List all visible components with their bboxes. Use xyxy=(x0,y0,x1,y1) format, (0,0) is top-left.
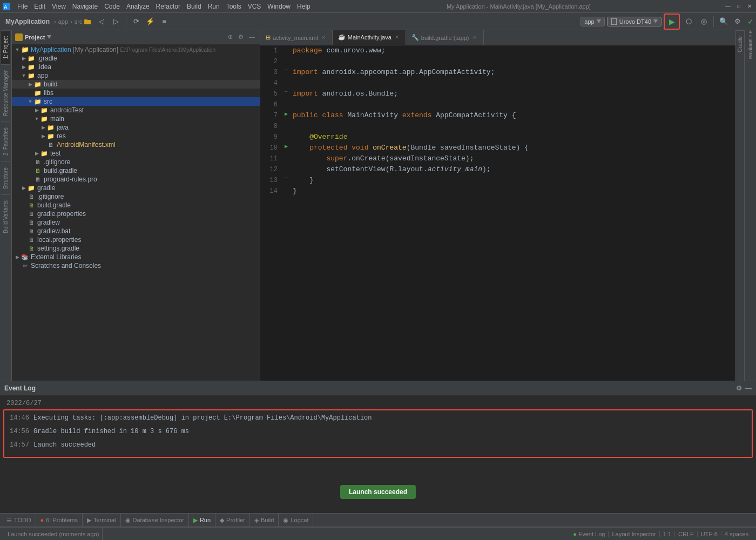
breadcrumb-src[interactable]: src xyxy=(75,18,83,25)
back-btn[interactable]: ◁ xyxy=(95,15,108,28)
maximize-button[interactable]: □ xyxy=(734,2,743,11)
tree-gradlew[interactable]: ▶ 🗎 gradlew xyxy=(12,218,260,227)
menu-run[interactable]: Run xyxy=(205,0,223,12)
menu-tools[interactable]: Tools xyxy=(223,0,245,12)
debug-button[interactable]: ⬡ xyxy=(682,15,695,28)
tree-gitignore-root[interactable]: ▶ 🗎 .gitignore xyxy=(12,192,260,201)
run-button[interactable]: ▶ xyxy=(665,15,678,28)
menu-vcs[interactable]: VCS xyxy=(245,0,265,12)
tab-close-1[interactable]: ✕ xyxy=(394,34,400,40)
tree-app[interactable]: ▼ 📁 app xyxy=(12,71,260,80)
bottom-tab-problems[interactable]: ● 6: Problems xyxy=(36,513,83,527)
log-msg-0: Executing tasks: [:app:assembleDebug] in… xyxy=(33,414,372,423)
code-editor[interactable]: 1 package com.urovo.www; 2 3 − import an… xyxy=(260,45,735,381)
event-log-settings-icon[interactable]: ⚙ xyxy=(736,384,742,392)
profile-button[interactable]: ◎ xyxy=(697,15,710,28)
tab-project[interactable]: 1: Project xyxy=(1,30,10,64)
tree-buildgradle-root[interactable]: ▶ 🗎 build.gradle xyxy=(12,201,260,210)
gutter-10[interactable]: ▶ xyxy=(282,143,291,151)
log-time-0: 14:46 xyxy=(10,414,29,423)
bottom-tab-todo[interactable]: ☰ TODO xyxy=(2,513,36,527)
tree-gradle-folder[interactable]: ▶ 📁 gradle xyxy=(12,184,260,192)
panel-locate-icon[interactable]: ⊕ xyxy=(226,33,234,41)
panel-header-icons: ⊕ ⚙ — xyxy=(226,33,256,41)
minimize-button[interactable]: — xyxy=(724,2,732,11)
settings-btn[interactable]: ⚙ xyxy=(731,15,744,28)
tree-root[interactable]: ▼ 📁 MyApplication [My Application] E:\Pr… xyxy=(12,45,260,54)
search-btn[interactable]: 🔍 xyxy=(717,15,730,28)
menu-file[interactable]: File xyxy=(14,0,31,12)
tree-proguard[interactable]: ▶ 🗎 proguard-rules.pro xyxy=(12,175,260,184)
sync-btn[interactable]: ⟳ xyxy=(130,15,143,28)
tree-external-libs[interactable]: ▶ 📚 External Libraries xyxy=(12,253,260,261)
menu-help[interactable]: Help xyxy=(294,0,314,12)
status-indent[interactable]: 4 spaces xyxy=(721,531,752,537)
tree-src[interactable]: ▼ 📁 src xyxy=(12,97,260,106)
status-event-log[interactable]: ● Event Log xyxy=(570,531,609,537)
code-line-1: 1 package com.urovo.www; xyxy=(260,45,735,56)
tree-gradle-properties[interactable]: ▶ 🗎 gradle.properties xyxy=(12,210,260,218)
tab-gradle[interactable]: Gradle xyxy=(735,30,745,58)
menu-analyze[interactable]: Analyze xyxy=(123,0,153,12)
run-config-selector[interactable]: app xyxy=(580,17,604,26)
gutter-7[interactable]: ▶ xyxy=(282,110,291,118)
menu-edit[interactable]: Edit xyxy=(31,0,49,12)
tab-structure[interactable]: Structure xyxy=(1,161,10,195)
menu-view[interactable]: View xyxy=(49,0,69,12)
build-checkmark: ✓ xyxy=(747,17,754,26)
panel-settings-icon[interactable]: ⚙ xyxy=(237,33,245,41)
tree-gradlew-bat[interactable]: ▶ 🗎 gradlew.bat xyxy=(12,227,260,235)
tree-settings-gradle[interactable]: ▶ 🗎 settings.gradle xyxy=(12,244,260,253)
bottom-tab-dbinspector[interactable]: ◉ Database Inspector xyxy=(121,513,189,527)
tree-androidtest[interactable]: ▶ 📁 androidTest xyxy=(12,106,260,114)
tree-libs[interactable]: ▶ 📁 libs xyxy=(12,89,260,97)
tree-build[interactable]: ▶ 📁 build xyxy=(12,80,260,89)
status-linesep[interactable]: CRLF xyxy=(675,531,698,537)
device-selector[interactable]: Urovo DT40 xyxy=(607,17,662,26)
tree-manifest[interactable]: ▶ 🗎 AndroidManifest.xml xyxy=(12,140,260,149)
status-position[interactable]: 1:1 xyxy=(660,531,675,537)
run-config-label: app xyxy=(584,18,594,25)
tree-res[interactable]: ▶ 📁 res xyxy=(12,132,260,140)
tab-activity-main[interactable]: ⊞ activity_main.xml ✕ xyxy=(260,30,333,45)
event-log-close-icon[interactable]: — xyxy=(745,384,752,392)
close-button[interactable]: ✕ xyxy=(745,2,754,11)
tree-gitignore-app[interactable]: ▶ 🗎 .gitignore xyxy=(12,158,260,166)
gradle2-btn[interactable]: ≡ xyxy=(158,15,171,28)
panel-collapse-icon[interactable]: — xyxy=(247,33,256,41)
tree-gradle-hidden[interactable]: ▶ 📁 .gradle xyxy=(12,54,260,63)
emulator-icon[interactable]: Emulator xyxy=(746,44,755,54)
menu-code[interactable]: Code xyxy=(101,0,123,12)
tab-resource-manager[interactable]: Resource Manager xyxy=(1,64,10,122)
tree-main[interactable]: ▼ 📁 main xyxy=(12,114,260,123)
status-layout-inspector[interactable]: Layout Inspector xyxy=(609,531,659,537)
tree-idea[interactable]: ▶ 📁 .idea xyxy=(12,63,260,71)
breadcrumb-app[interactable]: app xyxy=(58,18,68,25)
tab-build-variants[interactable]: Build Variants xyxy=(1,194,10,239)
tab-favorites[interactable]: 2: Favorites xyxy=(1,122,10,161)
menu-refactor[interactable]: Refactor xyxy=(153,0,184,12)
status-encoding[interactable]: UTF-8 xyxy=(698,531,721,537)
bottom-tab-run[interactable]: ▶ Run xyxy=(189,513,215,527)
tree-java[interactable]: ▶ 📁 java xyxy=(12,123,260,132)
menu-navigate[interactable]: Navigate xyxy=(69,0,101,12)
forward-btn[interactable]: ▷ xyxy=(110,15,123,28)
tree-local-properties[interactable]: ▶ 🗎 local.properties xyxy=(12,235,260,244)
bottom-tab-build[interactable]: ◈ Build xyxy=(250,513,279,527)
bottom-tab-terminal[interactable]: ▶ Terminal xyxy=(83,513,121,527)
tree-test[interactable]: ▶ 📁 test xyxy=(12,149,260,158)
menu-window[interactable]: Window xyxy=(264,0,294,12)
tree-buildgradle-app[interactable]: ▶ 🗎 build.gradle xyxy=(12,166,260,175)
tab-buildgradle[interactable]: 🔧 build.gradle (:app) ✕ xyxy=(406,30,484,45)
problems-icon: ● xyxy=(40,517,44,523)
status-launch-msg[interactable]: Launch succeeded (moments ago) xyxy=(4,528,103,540)
project-arrow-icon[interactable] xyxy=(47,35,51,39)
gradle-btn[interactable]: ⚡ xyxy=(144,15,157,28)
menu-build[interactable]: Build xyxy=(184,0,205,12)
bottom-tab-logcat[interactable]: ◉ Logcat xyxy=(279,513,313,527)
tab-close-0[interactable]: ✕ xyxy=(320,35,327,41)
tab-mainactivity[interactable]: ☕ MainActivity.java ✕ xyxy=(333,30,406,45)
tab-close-2[interactable]: ✕ xyxy=(471,35,478,41)
bottom-tab-profiler[interactable]: ◆ Profiler xyxy=(215,513,250,527)
tree-scratches[interactable]: ▶ ✏ Scratches and Consoles xyxy=(12,261,260,270)
